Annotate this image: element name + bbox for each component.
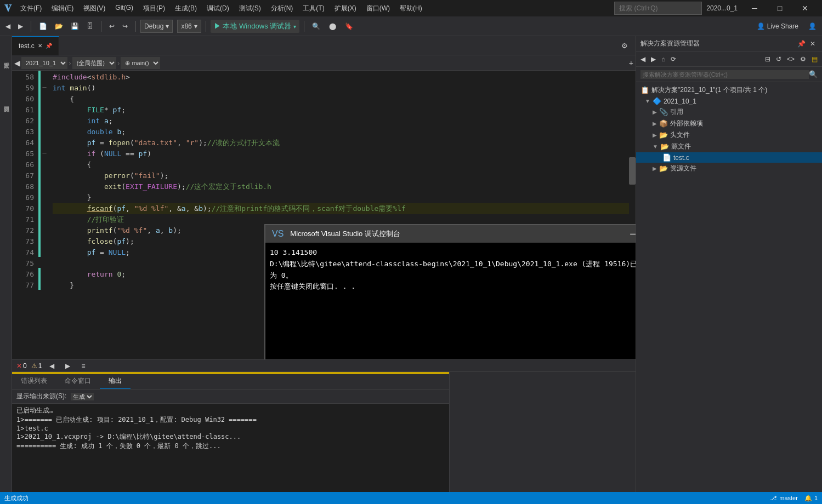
new-button[interactable]: 📄 — [36, 21, 50, 32]
forward-button[interactable]: ▶ — [15, 21, 26, 32]
platform-dropdown[interactable]: x86 ▾ — [177, 20, 201, 33]
console-minimize[interactable]: ─ — [625, 226, 636, 242]
tab-output[interactable]: 输出 — [100, 374, 131, 389]
back-button[interactable]: ◀ — [2, 21, 14, 32]
sol-collapse-btn[interactable]: ⊟ — [763, 54, 773, 64]
menu-analyze[interactable]: 分析(N) — [267, 2, 298, 15]
save-button[interactable]: 💾 — [67, 21, 82, 32]
project-label: 2021_10_1 — [664, 98, 696, 105]
code-line-68: exit(EXIT_FAILURE);//这个宏定义于stdlib.h — [53, 181, 629, 192]
pin-button[interactable]: 📌 — [795, 39, 808, 49]
output-content[interactable]: 已启动生成… 1>======= 已启动生成: 项目: 2021_10_1，配置… — [12, 404, 449, 492]
menu-edit[interactable]: 编辑(E) — [47, 2, 78, 15]
sol-back-btn[interactable]: ◀ — [638, 54, 648, 64]
notification-count[interactable]: 🔔 1 — [804, 495, 818, 502]
menu-extensions[interactable]: 扩展(X) — [330, 2, 361, 15]
nav-add-button[interactable]: + — [629, 59, 633, 67]
menu-project[interactable]: 项目(P) — [139, 2, 169, 15]
maximize-button[interactable]: □ — [767, 0, 792, 16]
account-button[interactable]: 👤 — [805, 21, 820, 32]
open-button[interactable]: 📂 — [52, 21, 66, 32]
live-share-button[interactable]: 👤 Live Share — [752, 20, 803, 32]
code-line-71: //打印验证 — [53, 214, 629, 225]
context-select[interactable]: (全局范围) — [72, 57, 116, 69]
code-line-69: } — [53, 192, 629, 203]
save-all-button[interactable]: 🗄 — [83, 21, 97, 32]
console-line-1: 10 3.141500 — [270, 247, 636, 259]
scrollbar-thumb[interactable] — [629, 157, 636, 185]
title-search[interactable] — [614, 2, 702, 15]
project-icon: 🔷 — [653, 97, 661, 105]
resource-files-node[interactable]: ▶ 📂 资源文件 — [636, 163, 822, 174]
bookmark-button[interactable]: 🔖 — [342, 21, 356, 32]
project-node[interactable]: ▼ 🔷 2021_10_1 — [636, 96, 822, 106]
close-sol-button[interactable]: ✕ — [808, 39, 818, 49]
menu-debug[interactable]: 调试(D) — [202, 2, 234, 15]
branch-icon: ⎇ — [770, 495, 777, 502]
sol-sync-btn[interactable]: ⟳ — [668, 54, 678, 64]
redo-button[interactable]: ↪ — [119, 21, 131, 32]
minimize-button[interactable]: ─ — [742, 0, 767, 16]
collapse-main[interactable]: ─ — [41, 82, 48, 93]
tab-gear-button[interactable]: ⚙ — [618, 40, 631, 51]
nav-more-button[interactable]: ≡ — [78, 360, 88, 371]
nav-prev-button[interactable]: ◀ — [46, 360, 58, 371]
solution-root[interactable]: 📋 解决方案"2021_10_1"(1 个项目/共 1 个) — [636, 84, 822, 96]
code-nav-bar: ◀ 2021_10_1 › (全局范围) › ⊕ main() + — [12, 55, 636, 71]
menu-window[interactable]: 窗口(W) — [362, 2, 394, 15]
solution-icon: 📋 — [640, 86, 649, 94]
config-dropdown[interactable]: Debug ▾ — [140, 20, 173, 33]
team-explorer-tab[interactable]: 团队资源 — [0, 80, 12, 124]
solution-explorer-tab[interactable]: 解决方案 — [0, 36, 12, 80]
ext-icon: 📦 — [659, 119, 668, 128]
nav-separator: › — [69, 59, 71, 67]
menu-git[interactable]: Git(G) — [111, 2, 138, 15]
header-files-node[interactable]: ▶ 📂 头文件 — [636, 129, 822, 141]
debug-console-title: Microsoft Visual Studio 调试控制台 — [290, 229, 621, 239]
output-source-select[interactable]: 生成 — [71, 393, 94, 400]
menu-tools[interactable]: 工具(T) — [298, 2, 328, 15]
output-source-bar: 显示输出来源(S): 生成 — [12, 390, 449, 404]
sol-highlight-btn[interactable]: ▤ — [809, 54, 820, 64]
test-c-node[interactable]: 📄 test.c — [636, 152, 822, 163]
sol-home-btn[interactable]: ⌂ — [659, 54, 667, 64]
references-node[interactable]: ▶ 📎 引用 — [636, 106, 822, 118]
title-app-name: 2020...0_1 — [706, 4, 738, 12]
sol-code-btn[interactable]: <> — [785, 54, 797, 64]
code-line-63: double b; — [53, 127, 629, 138]
menu-test[interactable]: 测试(S) — [235, 2, 265, 15]
menu-build[interactable]: 生成(B) — [171, 2, 201, 15]
collapse-if[interactable]: ─ — [41, 147, 48, 158]
find-button[interactable]: 🔍 — [309, 21, 324, 32]
breakpoint-button[interactable]: ⬤ — [326, 21, 339, 32]
output-line-2: 1>======= 已启动生成: 项目: 2021_10_1，配置: Debug… — [16, 415, 445, 425]
sol-props-btn[interactable]: ⚙ — [798, 54, 808, 64]
close-button[interactable]: ✕ — [792, 0, 818, 16]
nav-next-button[interactable]: ▶ — [62, 360, 73, 371]
undo-button[interactable]: ↩ — [106, 21, 118, 32]
sol-refresh-btn[interactable]: ↺ — [774, 54, 784, 64]
external-deps-node[interactable]: ▶ 📦 外部依赖项 — [636, 118, 822, 129]
sol-search-input[interactable] — [640, 70, 809, 79]
editor-tab-testc[interactable]: test.c ✕ 📌 — [12, 36, 59, 55]
run-button[interactable]: ▶ 本地 Windows 调试器 ▾ — [211, 20, 299, 33]
output-line-4: 1>2021_10_1.vcxproj -> D:\编程\比特\gitee\at… — [16, 432, 445, 442]
menu-view[interactable]: 视图(V) — [79, 2, 110, 15]
solution-toolbar: ◀ ▶ ⌂ ⟳ ⊟ ↺ <> ⚙ ▤ — [636, 51, 822, 67]
branch-status[interactable]: ⎇ master — [770, 495, 798, 502]
editor-content[interactable]: 58 59 60 61 62 63 64 65 66 67 68 69 70 7… — [12, 71, 636, 359]
symbol-select[interactable]: ⊕ main() — [121, 57, 160, 69]
menu-help[interactable]: 帮助(H) — [395, 2, 427, 15]
nav-left-arrow[interactable]: ◀ — [14, 59, 20, 67]
ref-arrow: ▶ — [653, 109, 657, 115]
build-status: 生成成功 — [4, 494, 29, 502]
console-line-3: 按任意键关闭此窗口. . . — [270, 281, 636, 293]
sol-forward-btn[interactable]: ▶ — [649, 54, 658, 64]
source-files-node[interactable]: ▼ 📂 源文件 — [636, 141, 822, 152]
solution-explorer: 解决方案资源管理器 📌 ✕ ◀ ▶ ⌂ ⟳ ⊟ ↺ <> ⚙ ▤ 🔍 — [636, 36, 822, 492]
menu-file[interactable]: 文件(F) — [16, 2, 46, 15]
vs-icon: VS — [272, 229, 284, 239]
tab-command-window[interactable]: 命令窗口 — [56, 374, 100, 389]
tab-error-list[interactable]: 错误列表 — [12, 374, 56, 389]
scope-select[interactable]: 2021_10_1 — [21, 57, 67, 69]
